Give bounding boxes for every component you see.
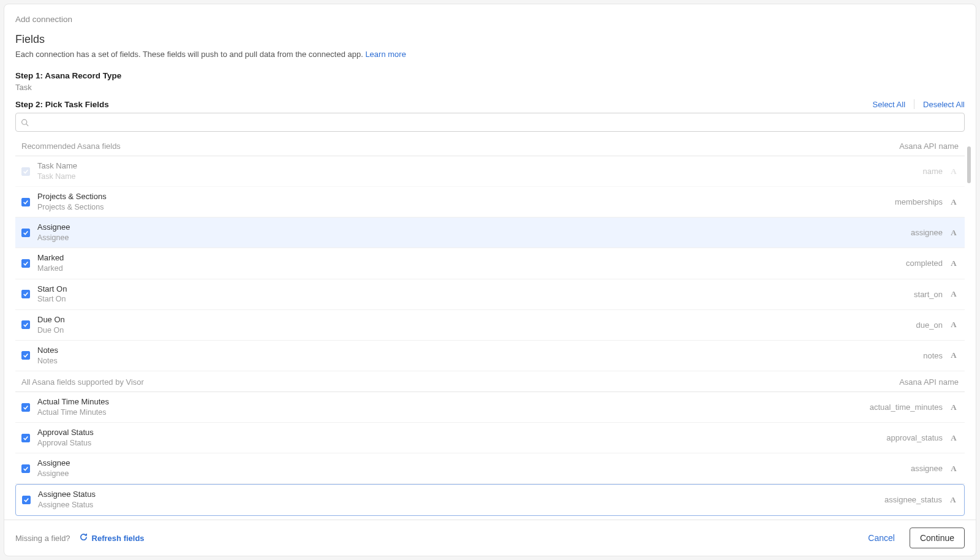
step1: Step 1: Asana Record Type Task	[4, 67, 976, 96]
checkbox[interactable]	[21, 320, 30, 329]
section-title: Recommended Asana fields	[21, 142, 121, 151]
modal-footer: Missing a field? Refresh fields Cancel C…	[4, 520, 976, 556]
modal-title: Add connection	[15, 15, 72, 24]
section-api-header: Asana API name	[899, 142, 959, 151]
field-row[interactable]: Notes Notes notes A	[15, 341, 965, 371]
refresh-label: Refresh fields	[92, 534, 145, 543]
field-api-name: notes	[923, 351, 943, 360]
field-api-name: name	[922, 167, 943, 176]
field-text: Actual Time Minutes Actual Time Minutes	[37, 397, 870, 417]
field-name-label: Actual Time Minutes	[37, 397, 870, 407]
asana-icon: A	[949, 197, 959, 207]
field-name-label: Assignee Status	[38, 490, 884, 500]
section-header-all: All Asana fields supported by Visor Asan…	[15, 371, 965, 392]
separator	[914, 99, 914, 109]
scrollbar-thumb[interactable]	[967, 146, 971, 183]
page-title: Fields	[15, 33, 965, 46]
checkbox[interactable]	[21, 259, 30, 268]
step1-value: Task	[15, 83, 965, 92]
footer-right: Cancel Continue	[861, 528, 965, 548]
field-row[interactable]: Assignee Assignee assignee A	[15, 453, 965, 484]
field-row[interactable]: Approval Status Approval Status approval…	[15, 423, 965, 453]
checkbox[interactable]	[22, 496, 31, 504]
step1-label: Step 1: Asana Record Type	[15, 71, 965, 80]
refresh-fields-button[interactable]: Refresh fields	[79, 532, 145, 543]
deselect-all-link[interactable]: Deselect All	[923, 100, 965, 109]
modal-header: Add connection	[4, 4, 976, 33]
cancel-button[interactable]: Cancel	[861, 528, 902, 548]
field-row[interactable]: Assignee Status Assignee Status assignee…	[15, 484, 965, 515]
field-sub-label: Start On	[37, 294, 914, 304]
field-api-name: memberships	[895, 197, 943, 206]
field-row[interactable]: Start On Start On start_on A	[15, 279, 965, 310]
section-api-header: Asana API name	[899, 377, 959, 387]
asana-icon: A	[949, 433, 959, 443]
field-row[interactable]: Actual Time Minutes Actual Time Minutes …	[15, 392, 965, 423]
asana-icon: A	[949, 228, 959, 238]
field-name-label: Projects & Sections	[37, 192, 895, 202]
field-api-name: actual_time_minutes	[870, 403, 943, 412]
field-name-label: Task Name	[37, 161, 922, 172]
add-connection-modal: Add connection Fields Each connection ha…	[4, 4, 976, 556]
field-name-label: Marked	[37, 253, 906, 263]
svg-point-0	[22, 119, 27, 124]
field-sub-label: Assignee	[37, 233, 911, 243]
field-sub-label: Marked	[37, 263, 906, 273]
field-row[interactable]: Marked Marked completed A	[15, 248, 965, 279]
checkbox[interactable]	[21, 434, 30, 442]
learn-more-link[interactable]: Learn more	[365, 50, 405, 59]
field-text: Assignee Assignee	[37, 458, 911, 479]
field-name-label: Assignee	[37, 458, 911, 469]
field-text: Projects & Sections Projects & Sections	[37, 192, 895, 212]
field-sub-label: Assignee Status	[38, 500, 884, 510]
field-name-label: Due On	[37, 315, 916, 325]
checkbox[interactable]	[21, 198, 30, 206]
field-text: Assignee Status Assignee Status	[38, 490, 884, 510]
close-button[interactable]	[960, 10, 965, 28]
field-sub-label: Assignee	[37, 469, 911, 479]
intro-section: Fields Each connection has a set of fiel…	[4, 33, 976, 67]
field-api-name: due_on	[916, 320, 943, 330]
field-text: Start On Start On	[37, 284, 914, 305]
checkbox	[21, 167, 30, 176]
field-sub-label: Due On	[37, 325, 916, 335]
checkbox[interactable]	[21, 351, 30, 360]
search-wrap	[4, 113, 976, 135]
step2-header: Step 2: Pick Task Fields Select All Dese…	[4, 96, 976, 113]
asana-icon: A	[949, 350, 959, 360]
field-sub-label: Projects & Sections	[37, 202, 895, 212]
intro-text: Each connection has a set of fields. The…	[15, 50, 965, 59]
field-text: Task Name Task Name	[37, 161, 922, 181]
field-api-name: start_on	[914, 290, 943, 299]
search-input[interactable]	[15, 113, 965, 132]
fields-list[interactable]: Recommended Asana fields Asana API name …	[4, 135, 976, 520]
continue-button[interactable]: Continue	[910, 528, 965, 548]
field-text: Marked Marked	[37, 253, 906, 273]
asana-icon: A	[948, 495, 958, 505]
refresh-icon	[79, 532, 88, 543]
field-text: Due On Due On	[37, 315, 916, 335]
field-row[interactable]: Projects & Sections Projects & Sections …	[15, 187, 965, 218]
checkbox[interactable]	[21, 229, 30, 237]
field-row[interactable]: Task Name Task Name name A	[15, 156, 965, 187]
checkbox[interactable]	[21, 290, 30, 298]
section-header-recommended: Recommended Asana fields Asana API name	[15, 135, 965, 156]
field-row[interactable]: Assignee Assignee assignee A	[15, 218, 965, 248]
search-box	[15, 113, 965, 132]
footer-left: Missing a field? Refresh fields	[15, 532, 145, 543]
field-sub-label: Approval Status	[37, 438, 886, 448]
section-title: All Asana fields supported by Visor	[21, 377, 144, 387]
asana-icon: A	[949, 403, 959, 412]
field-row[interactable]: Due On Due On due_on A	[15, 310, 965, 341]
select-actions: Select All Deselect All	[873, 99, 965, 109]
asana-icon: A	[949, 289, 959, 299]
field-text: Approval Status Approval Status	[37, 428, 886, 448]
select-all-link[interactable]: Select All	[873, 100, 905, 109]
asana-icon: A	[949, 320, 959, 330]
field-api-name: assignee_status	[884, 495, 942, 504]
field-sub-label: Task Name	[37, 172, 922, 181]
checkbox[interactable]	[21, 403, 30, 412]
asana-icon: A	[949, 167, 959, 176]
scrollbar[interactable]	[967, 146, 971, 519]
checkbox[interactable]	[21, 464, 30, 473]
